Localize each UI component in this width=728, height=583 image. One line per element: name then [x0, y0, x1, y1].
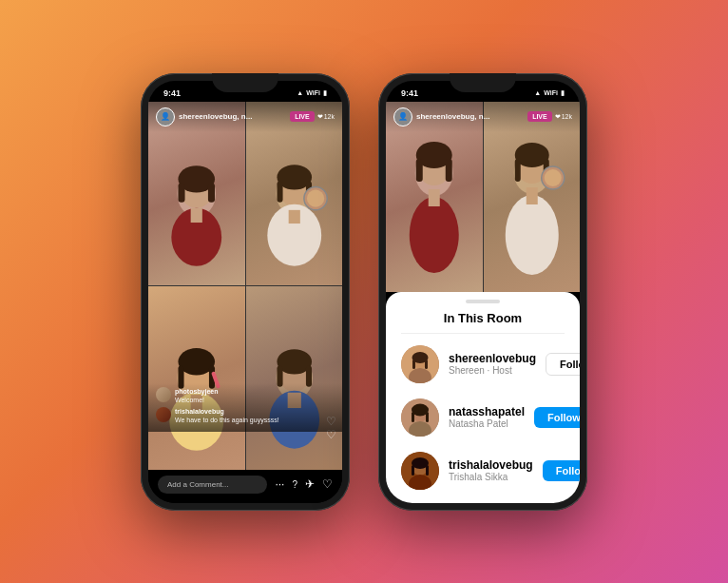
avatar-trishala [401, 452, 439, 490]
phone-1: 9:41 ▲ WiFi ▮ 👤 shereenlovebug, n... LIV… [141, 73, 350, 511]
svg-rect-3 [178, 183, 184, 202]
svg-point-36 [410, 197, 459, 273]
comment-placeholder: Add a Comment... [167, 480, 228, 489]
svg-rect-41 [514, 159, 520, 182]
svg-rect-10 [277, 181, 282, 202]
video-grid: 👤 shereenlovebug, n... LIVE ❤ 12k [148, 102, 342, 470]
room-list: shereenlovebug Shereen · Host Following [386, 334, 580, 503]
viewers-2: ❤ 12k [555, 113, 572, 121]
svg-point-46 [544, 169, 561, 186]
video-header: 👤 shereenlovebug, n... LIVE ❤ 12k [148, 102, 342, 132]
svg-rect-63 [426, 465, 429, 476]
question-icon[interactable]: ? [292, 479, 297, 490]
commenter-1: photosbyjeen [175, 388, 219, 395]
video-cell-3 [148, 286, 245, 470]
panel-title: In This Room [401, 307, 565, 334]
comment-avatar-2 [156, 407, 171, 422]
comment-text-1: Welcome! [175, 397, 204, 403]
host-username: shereenlovebug, n... [179, 112, 286, 121]
svg-rect-13 [288, 209, 299, 223]
host-username-2: shereenlovebug, n... [416, 112, 524, 121]
avatar-natasha [401, 398, 439, 437]
room-item-2: natasshapatel Natasha Patel Follow [386, 391, 580, 444]
room-info-2: natasshapatel Natasha Patel [449, 405, 525, 429]
video-top-half: 👤 shereenlovebug, n... LIVE ❤ 12k [386, 102, 580, 292]
subtext-natasha: Natasha Patel [449, 418, 525, 429]
heart-icon[interactable]: ♡ [322, 477, 333, 491]
following-button-shereen[interactable]: Following [546, 353, 580, 376]
svg-rect-51 [425, 360, 428, 369]
bottom-bar-1: Add a Comment... ··· ? ✈ ♡ [148, 470, 342, 503]
notch-2 [450, 73, 516, 92]
svg-rect-44 [526, 187, 537, 204]
svg-rect-35 [446, 159, 452, 182]
username-shereen: shereenlovebug [449, 352, 536, 365]
live-badge-2: LIVE [527, 111, 552, 122]
video-cell-4: ♡♡ [246, 286, 343, 470]
room-item-1: shereenlovebug Shereen · Host Following [386, 338, 580, 391]
comment-2: trishalalovebug We have to do this again… [156, 407, 335, 424]
phone-2: 9:41 ▲ WiFi ▮ 👤 shereenlovebug, n... LIV… [378, 73, 587, 511]
username-trishala: trishalalovebug [449, 458, 533, 472]
video-header-2: 👤 shereenlovebug, n... LIVE ❤ 12k [386, 102, 580, 132]
more-icon[interactable]: ··· [275, 477, 284, 491]
time-2: 9:41 [401, 88, 418, 98]
host-avatar-small: 👤 [156, 107, 175, 126]
room-info-1: shereenlovebug Shereen · Host [449, 352, 536, 376]
send-icon[interactable]: ✈ [305, 477, 315, 491]
viewers-1: ❤ 12k [317, 113, 335, 121]
svg-rect-34 [416, 159, 423, 182]
panel-handle [466, 300, 500, 303]
subtext-trishala: Trishala Sikka [449, 472, 533, 482]
svg-rect-6 [191, 207, 202, 222]
svg-rect-62 [412, 465, 414, 476]
follow-button-natasha[interactable]: Follow [534, 407, 580, 428]
host-avatar-small-2: 👤 [393, 107, 412, 126]
svg-rect-57 [426, 412, 429, 422]
svg-point-15 [306, 189, 323, 206]
comment-text-2: We have to do this again guyyssss! [175, 417, 279, 423]
svg-rect-50 [412, 360, 415, 369]
svg-rect-37 [429, 189, 440, 206]
commenter-2: trishalalovebug [175, 408, 224, 415]
room-panel: In This Room [386, 292, 580, 503]
comment-avatar-1 [156, 387, 171, 402]
status-icons-2: ▲ WiFi ▮ [534, 89, 565, 97]
time-1: 9:41 [163, 88, 181, 98]
username-natasha: natasshapatel [449, 405, 525, 418]
subtext-shereen: Shereen · Host [449, 365, 536, 376]
svg-rect-56 [412, 412, 414, 422]
live-badge-1: LIVE [290, 111, 315, 122]
comment-input[interactable]: Add a Comment... [158, 476, 267, 494]
svg-rect-4 [208, 183, 215, 202]
svg-point-43 [505, 195, 558, 275]
room-item-4: artinayar ARTI NAYAR Follow [386, 497, 580, 503]
notch [212, 73, 278, 92]
status-icons-1: ▲ WiFi ▮ [297, 89, 327, 97]
follow-button-trishala[interactable]: Follow [543, 460, 580, 481]
comment-1: photosbyjeen Welcome! [156, 387, 335, 404]
room-item-3: trishalalovebug Trishala Sikka Follow [386, 444, 580, 497]
avatar-shereen [401, 345, 439, 383]
room-info-3: trishalalovebug Trishala Sikka [449, 458, 533, 482]
video-footer: photosbyjeen Welcome! trishalalovebug We… [148, 383, 342, 431]
